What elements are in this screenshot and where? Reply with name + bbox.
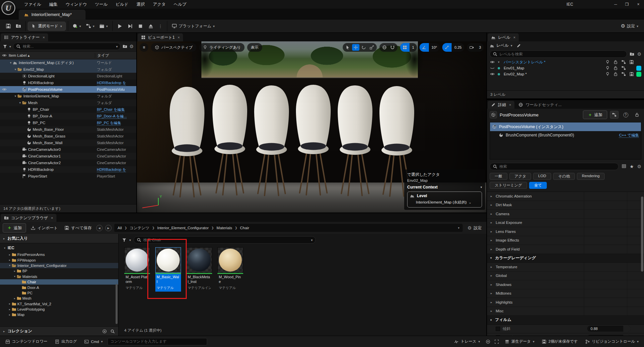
tree-item-Interior_Element_Configurator[interactable]: ▾Interior_Element_Configurator: [0, 263, 118, 268]
filter-chip-その他[interactable]: その他: [553, 173, 575, 180]
filter-chip-Rendering[interactable]: Rendering: [577, 173, 605, 180]
menu-ビルド[interactable]: ビルド: [112, 0, 132, 9]
tree-item-FPWeapon[interactable]: ▸FPWeapon: [0, 257, 118, 263]
property-row-Chromatic Aberration[interactable]: ▸Chromatic Aberration: [487, 192, 644, 201]
levels-settings-icon[interactable]: ⚙: [637, 51, 641, 57]
viewport-scene[interactable]: ≡ パースペクティブ ライティングあり 表示: [137, 41, 486, 213]
tree-scrollbar[interactable]: [116, 284, 118, 324]
content-settings-button[interactable]: ⚙ 設定: [465, 224, 484, 232]
menu-選択[interactable]: 選択: [133, 0, 149, 9]
property-row-Camera[interactable]: ▸Camera: [487, 210, 644, 219]
property-row-Dirt Mask[interactable]: ▸Dirt Mask: [487, 201, 644, 210]
camera-speed-value[interactable]: 3: [476, 43, 484, 52]
outliner-row[interactable]: BP_ChairBP_Chair を編集: [0, 106, 136, 113]
tree-item-Door-A[interactable]: Door-A: [0, 285, 118, 290]
back-button[interactable]: ◄: [96, 225, 103, 231]
tree-item-Map[interactable]: ▸Map: [0, 312, 118, 317]
screenshot-icon[interactable]: [493, 338, 500, 345]
menu-ツール[interactable]: ツール: [91, 0, 112, 9]
tab-world-settings[interactable]: ワールドセッティ...: [515, 101, 565, 109]
outliner-row[interactable]: BP_PCBP_PC を編集: [0, 119, 136, 126]
levels-dropdown[interactable]: レベル ▾: [490, 43, 512, 48]
menu-アクタ[interactable]: アクタ: [149, 0, 170, 9]
filter-dropdown-icon[interactable]: ▾: [9, 45, 11, 48]
details-scrollbar[interactable]: [641, 197, 643, 272]
component-row[interactable]: PostProcessVolume (インスタンス): [490, 122, 641, 131]
filter-icon[interactable]: [3, 44, 7, 49]
trace-button[interactable]: トレース ▾: [451, 338, 483, 345]
outliner-row[interactable]: ▾InteriorElement_Mapフォルダ: [0, 93, 136, 99]
save-button[interactable]: [3, 22, 13, 30]
asset-search-options-icon[interactable]: ▾: [311, 238, 313, 242]
menu-ヘルプ[interactable]: ヘルプ: [170, 0, 190, 9]
tree-item-LevelPrototyping[interactable]: ▸LevelPrototyping: [0, 307, 118, 312]
level-row[interactable]: Env01_Map: [487, 65, 644, 71]
settings-button[interactable]: ⚙ 設定 ▾: [619, 21, 641, 31]
quick-add-button[interactable]: ▾: [70, 22, 84, 30]
lock-button[interactable]: [633, 111, 641, 119]
menu-ウィンドウ[interactable]: ウィンドウ: [61, 0, 91, 9]
tree-item-PC[interactable]: PC: [0, 290, 118, 296]
outliner-row[interactable]: ▾Env02_Mapフォルダ: [0, 66, 136, 73]
revision-control-button[interactable]: リビジョンコントロール ▾: [583, 338, 641, 345]
asset-filter-icon[interactable]: [122, 238, 127, 242]
property-row-Lens Flares[interactable]: ▸Lens Flares: [487, 227, 644, 236]
tab-interiorelement-map[interactable]: InteriorElement_Map*: [19, 10, 86, 20]
property-row-Local Exposure[interactable]: ▸Local Exposure: [487, 219, 644, 228]
save-all-button[interactable]: すべて保存: [62, 224, 94, 232]
filter-chip-一般[interactable]: 一般: [490, 173, 507, 180]
tree-item-Materials[interactable]: ▾Materials: [0, 274, 118, 279]
outliner-row[interactable]: Mesh_Base_WallStaticMeshActor: [0, 139, 136, 146]
edit-level-icon[interactable]: [516, 43, 521, 48]
outliner-row[interactable]: Mesh_Base_GrassStaticMeshActor: [0, 133, 136, 139]
breadcrumb-Materials[interactable]: Materials: [216, 226, 232, 230]
filter-chip-ストリーミング[interactable]: ストリーミング: [490, 182, 527, 189]
eject-button[interactable]: [146, 22, 156, 31]
tree-item-IEC[interactable]: ▾IEC: [0, 244, 118, 252]
asset-M_Wood_Pine[interactable]: M_Wood_Pineマテリアル: [217, 247, 243, 292]
unreal-logo-icon[interactable]: U: [1, 1, 15, 15]
add-folder-icon[interactable]: [123, 44, 127, 49]
outliner-row[interactable]: PostProcessVolumePostProcessVolu: [0, 86, 136, 93]
asset-M_Asset_Platform[interactable]: M_Asset Platformマテリアル: [124, 247, 150, 292]
breadcrumb-Chair[interactable]: Chair: [240, 226, 249, 230]
tab-viewport[interactable]: ビューポート1 ×: [138, 33, 183, 41]
details-settings-icon[interactable]: ⚙: [637, 164, 641, 169]
outliner-row[interactable]: CineCameraActor1CineCameraActor: [0, 153, 136, 159]
actor-type-link[interactable]: BP_Door-A を編...: [95, 114, 136, 119]
level-color-swatch[interactable]: [636, 72, 641, 77]
favorites-section[interactable]: ▸ お気に入り: [0, 234, 118, 243]
scale-tool-button[interactable]: [368, 44, 375, 51]
property-row-Temperature[interactable]: ▸Temperature: [487, 263, 644, 272]
outliner-row[interactable]: DirectionalLightDirectionalLight: [0, 73, 136, 79]
property-category-カラーグレーディング[interactable]: ▾カラーグレーディング: [487, 254, 644, 263]
move-tool-button[interactable]: [352, 44, 359, 51]
property-value-input[interactable]: 0.88: [587, 326, 631, 332]
asset-M_Basic_Wall[interactable]: M_Basic_Wallマテリアル: [155, 247, 181, 292]
forward-button[interactable]: ►: [105, 225, 112, 231]
actor-type-link[interactable]: BP_Chair を編集: [95, 107, 136, 112]
add-content-button[interactable]: ＋ 追加: [3, 223, 26, 233]
browse-content-button[interactable]: [13, 22, 23, 30]
property-row-つま先[interactable]: つま先0.55: [487, 333, 644, 336]
property-row-Global[interactable]: ▸Global: [487, 272, 644, 281]
viewport-options-button[interactable]: ≡: [140, 43, 148, 52]
outliner-row[interactable]: ▾InteriorElement_Map (エディタ)ワールド: [0, 59, 136, 66]
outliner-row[interactable]: ▾Meshフォルダ: [0, 99, 136, 106]
menu-ファイル[interactable]: ファイル: [20, 0, 45, 9]
stop-button[interactable]: [135, 22, 146, 31]
surface-snap-button[interactable]: [389, 44, 396, 51]
property-row-Misc[interactable]: ▸Misc: [487, 307, 644, 316]
play-options-button[interactable]: ⋮: [156, 22, 165, 30]
cmd-selector[interactable]: Cmd ▾: [82, 338, 105, 345]
scale-snap-value[interactable]: 0.25: [452, 43, 464, 52]
asset-filter-dropdown-icon[interactable]: ▾: [129, 238, 131, 242]
breadcrumb-Interior_Element_Configurator[interactable]: Interior_Element_Configurator: [157, 226, 209, 230]
levels-search-input[interactable]: レベルを検索: [490, 50, 627, 58]
breadcrumb-dropdown-icon[interactable]: ▾: [458, 226, 460, 230]
outliner-row[interactable]: CineCameraActor2CineCameraActor: [0, 159, 136, 166]
outliner-row[interactable]: HDRIBackdropHDRIBackdrop を: [0, 79, 136, 86]
cinematics-button[interactable]: ▾: [97, 22, 110, 30]
display-mode-icon[interactable]: [622, 164, 626, 168]
skip-button[interactable]: [125, 22, 135, 31]
